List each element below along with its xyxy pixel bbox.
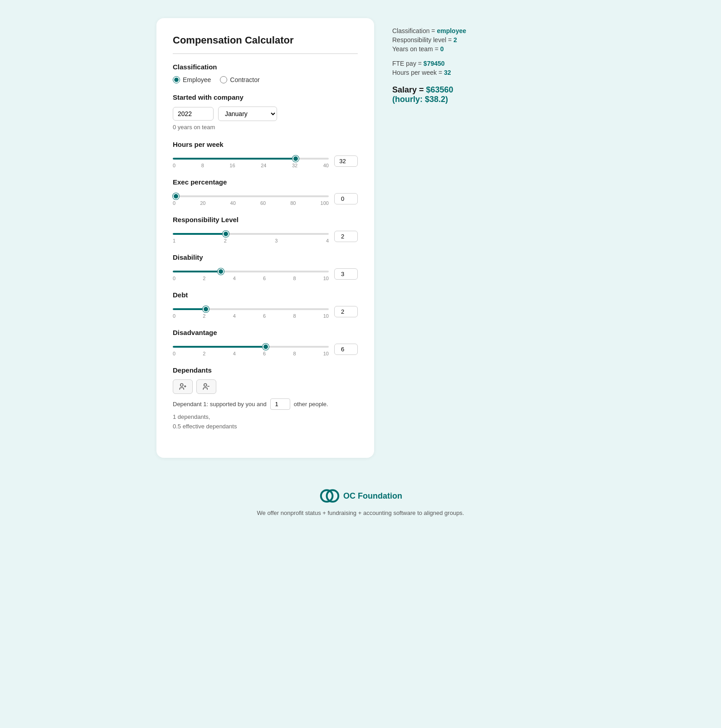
responsibility-section: Responsibility Level 1 2 3 4 [173,216,358,243]
contractor-radio-text: Contractor [230,76,259,83]
responsibility-label: Responsibility Level [173,216,358,223]
salary-line: Salary = $63560 [392,85,497,95]
hours-slider-container: 0 8 16 24 32 40 [173,154,329,168]
exec-slider-row: 0 20 40 60 80 100 [173,191,358,206]
years-result: Years on team = 0 [392,45,497,53]
ocf-logo: OC Foundation [257,485,464,507]
hours-section: Hours per week 0 8 16 24 32 40 [173,141,358,168]
hours-label: Hours per week [173,141,358,148]
disadvantage-label: Disadvantage [173,329,358,336]
classification-result: Classification = employee [392,27,497,34]
hours-result-label: Hours per week = [392,69,444,76]
svg-point-3 [204,383,207,386]
dependant-1-row: Dependant 1: supported by you and other … [173,398,358,410]
employee-radio-text: Employee [183,76,211,83]
disadvantage-ticks: 0 2 4 6 8 10 [173,351,329,356]
dependant-1-others-input[interactable] [270,398,290,410]
classification-section: Classification Employee Contractor [173,63,358,83]
responsibility-result-label: Responsibility level = [392,36,453,44]
disability-value-input[interactable] [334,268,358,280]
classification-result-label: Classification = [392,27,437,34]
hours-ticks: 0 8 16 24 32 40 [173,163,329,168]
disadvantage-slider[interactable] [173,346,329,348]
disadvantage-section: Disadvantage 0 2 4 6 8 10 [173,329,358,356]
debt-slider-container: 0 2 4 6 8 10 [173,304,329,319]
dependants-count: 1 dependants, [173,413,358,420]
classification-result-value: employee [437,27,466,34]
dependants-label: Dependants [173,366,358,374]
year-input[interactable] [173,107,214,121]
person-plus-icon [179,383,187,391]
debt-section: Debt 0 2 4 6 8 10 [173,291,358,319]
responsibility-slider-row: 1 2 3 4 [173,229,358,243]
responsibility-value-input[interactable] [334,231,358,242]
dependant-1-label: Dependant 1: supported by you and [173,401,267,408]
fte-result: FTE pay = $79450 [392,60,497,67]
responsibility-slider-container: 1 2 3 4 [173,229,329,243]
exec-slider[interactable] [173,195,329,197]
years-result-label: Years on team = [392,45,440,53]
remove-dependant-button[interactable] [196,379,216,394]
add-dependant-button[interactable] [173,379,193,394]
disability-label: Disability [173,253,358,261]
responsibility-result: Responsibility level = 2 [392,36,497,44]
month-select[interactable]: January February March April May June Ju… [218,107,277,121]
contractor-radio-label[interactable]: Contractor [220,76,259,83]
classification-label: Classification [173,63,358,71]
effective-dependants: 0.5 effective dependants [173,423,358,430]
disability-ticks: 0 2 4 6 8 10 [173,276,329,281]
exec-label: Exec percentage [173,178,358,186]
calculator-card: Compensation Calculator Classification E… [156,18,374,458]
hours-slider-row: 0 8 16 24 32 40 [173,154,358,168]
disability-slider-container: 0 2 4 6 8 10 [173,267,329,281]
started-label: Started with company [173,93,358,101]
footer-tagline: We offer nonprofit status + fundraising … [257,510,464,516]
person-minus-icon [202,383,210,391]
responsibility-result-value: 2 [453,36,457,44]
debt-value-input[interactable] [334,306,358,317]
debt-slider-row: 0 2 4 6 8 10 [173,304,358,319]
disability-slider-row: 0 2 4 6 8 10 [173,267,358,281]
exec-ticks: 0 20 40 60 80 100 [173,200,329,206]
debt-label: Debt [173,291,358,299]
debt-slider[interactable] [173,308,329,310]
started-section: Started with company January February Ma… [173,93,358,131]
disadvantage-slider-container: 0 2 4 6 8 10 [173,342,329,356]
exec-slider-container: 0 20 40 60 80 100 [173,191,329,206]
fte-result-label: FTE pay = [392,60,424,67]
hours-value-input[interactable] [334,155,358,167]
page-title: Compensation Calculator [173,34,358,46]
divider [173,53,358,54]
hourly-display: (hourly: $38.2) [392,95,497,104]
dependant-1-suffix: other people. [294,401,328,408]
responsibility-slider[interactable] [173,233,329,235]
years-on-team: 0 years on team [173,124,358,131]
classification-radio-group: Employee Contractor [173,76,358,83]
ocf-name: OC Foundation [343,491,402,501]
salary-display: Salary = $63560 (hourly: $38.2) [392,85,497,104]
hours-result-value: 32 [444,69,451,76]
disadvantage-value-input[interactable] [334,344,358,355]
hours-slider[interactable] [173,158,329,160]
employee-radio-label[interactable]: Employee [173,76,211,83]
dependants-section: Dependants Dependant 1: supported by you… [173,366,358,430]
salary-label-text: Salary = [392,85,426,94]
disability-section: Disability 0 2 4 6 8 10 [173,253,358,281]
hours-result: Hours per week = 32 [392,69,497,76]
exec-value-input[interactable] [334,193,358,204]
svg-point-0 [180,383,183,386]
disadvantage-slider-row: 0 2 4 6 8 10 [173,342,358,356]
date-row: January February March April May June Ju… [173,107,358,121]
contractor-radio[interactable] [220,76,227,83]
disability-slider[interactable] [173,271,329,272]
dependant-buttons [173,379,358,394]
salary-value: $63560 [426,85,453,94]
fte-result-value: $79450 [424,60,445,67]
footer: OC Foundation We offer nonprofit status … [257,485,464,516]
years-result-value: 0 [440,45,444,53]
debt-ticks: 0 2 4 6 8 10 [173,313,329,319]
exec-section: Exec percentage 0 20 40 60 80 100 [173,178,358,206]
ocf-logo-icon [319,485,341,507]
main-layout: Compensation Calculator Classification E… [156,18,565,458]
employee-radio[interactable] [173,76,180,83]
